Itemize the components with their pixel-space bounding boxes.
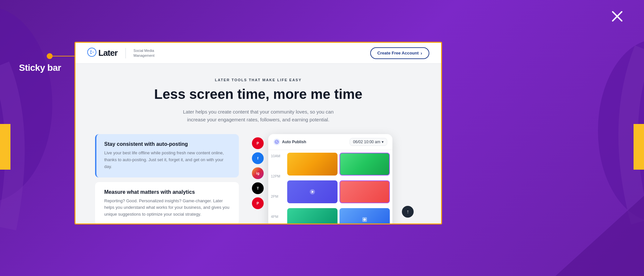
yellow-accent-bar-right (634, 124, 644, 170)
hero-section: LATER TOOLS THAT MAKE LIFE EASY Less scr… (75, 64, 441, 134)
feature-card-auto-posting[interactable]: Stay consistent with auto-posting Live y… (95, 134, 239, 177)
social-icon-pinterest: P (252, 137, 264, 149)
scheduler-card: Auto Publish 06/02 10:00 am ▾ 10AM 12PM … (268, 134, 392, 223)
date-badge[interactable]: 06/02 10:00 am ▾ (350, 138, 387, 146)
feature-card-description: Reporting? Good. Personalized insights? … (104, 198, 231, 218)
scheduler-grid: 10AM 12PM 2PM 4PM (268, 150, 392, 223)
scheduled-image-4 (339, 180, 390, 203)
scheduler-header: Auto Publish 06/02 10:00 am ▾ (268, 134, 392, 150)
cta-label: Create Free Account (377, 51, 419, 55)
chevron-down-icon: ▾ (382, 140, 384, 144)
time-slot-10am: 10AM (268, 153, 285, 173)
hero-title: Less screen time, more me time (95, 86, 421, 102)
feature-card-description: Live your best life offline while postin… (104, 150, 231, 170)
social-icon-instagram: ig (252, 167, 264, 179)
social-icons-column: P f ig T P (252, 137, 264, 209)
chevron-right-icon: › (421, 51, 422, 56)
time-slot-12pm: 12PM (268, 173, 285, 193)
auto-publish-label: Auto Publish (282, 140, 306, 144)
main-content: LATER TOOLS THAT MAKE LIFE EASY Less scr… (75, 64, 441, 223)
browser-frame: Later Social Media Management Create Fre… (74, 42, 442, 224)
scheduled-image-5 (287, 208, 338, 223)
app-mockup: P f ig T P (252, 134, 421, 223)
scheduled-image-3 (287, 180, 338, 203)
logo-arrow-icon (87, 48, 96, 58)
auto-publish-icon (273, 139, 280, 145)
feature-card-title: Stay consistent with auto-posting (104, 141, 231, 147)
social-icon-facebook: f (252, 152, 264, 164)
feature-cards: Stay consistent with auto-posting Live y… (95, 134, 239, 223)
social-icon-tiktok: T (252, 182, 264, 194)
svg-point-7 (91, 51, 93, 53)
logo-subtitle: Social Media Management (134, 48, 155, 58)
feature-card-title: Measure what matters with analytics (104, 189, 231, 195)
scheduled-image-1 (287, 153, 338, 176)
time-slot-4pm: 4PM (268, 213, 285, 223)
time-slot-2pm: 2PM (268, 193, 285, 213)
logo-divider (125, 48, 126, 58)
annotation-line (50, 56, 75, 56)
images-grid (285, 150, 392, 223)
social-icon-pinterest2: P (252, 197, 264, 209)
create-free-account-button[interactable]: Create Free Account › (370, 47, 429, 59)
logo-icon: Later (87, 48, 118, 58)
hero-eyebrow: LATER TOOLS THAT MAKE LIFE EASY (95, 78, 421, 82)
logo-area: Later Social Media Management (87, 48, 155, 58)
date-label: 06/02 10:00 am (353, 140, 380, 144)
hero-subtitle: Later helps you create content that your… (173, 108, 343, 124)
close-icon[interactable] (610, 9, 624, 25)
feature-card-analytics[interactable]: Measure what matters with analytics Repo… (95, 182, 239, 223)
scroll-up-button[interactable]: ↑ (402, 206, 414, 218)
sticky-bar-annotation: Sticky bar (19, 63, 61, 73)
scheduled-image-2 (339, 153, 390, 176)
scheduled-image-6 (339, 208, 390, 223)
time-column: 10AM 12PM 2PM 4PM (268, 150, 285, 223)
auto-publish-badge: Auto Publish (273, 139, 306, 145)
logo-text: Later (98, 48, 118, 58)
navbar: Later Social Media Management Create Fre… (75, 43, 441, 64)
features-area: Stay consistent with auto-posting Live y… (75, 134, 441, 223)
yellow-accent-bar-left (0, 124, 10, 170)
